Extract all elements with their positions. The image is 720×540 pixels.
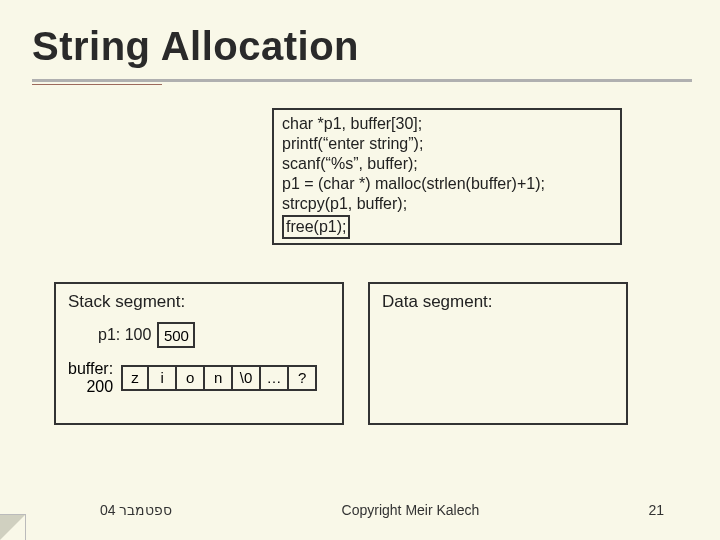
buf-cell: z xyxy=(121,365,149,391)
buf-cell: … xyxy=(261,365,289,391)
code-line: char *p1, buffer[30]; xyxy=(282,114,612,134)
buffer-label-bottom: 200 xyxy=(86,378,113,396)
buffer-cells: z i o n \0 … ? xyxy=(121,365,317,391)
footer-copyright: Copyright Meir Kalech xyxy=(342,502,480,518)
p1-cell: 500 xyxy=(157,322,195,348)
memory-segments: Stack segment: p1: 100 500 buffer: 200 z… xyxy=(54,282,628,425)
buffer-label-top: buffer: xyxy=(68,360,113,378)
stack-segment: Stack segment: p1: 100 500 buffer: 200 z… xyxy=(54,282,344,425)
slide-title: String Allocation xyxy=(32,24,692,69)
code-line: printf(“enter string”); xyxy=(282,134,612,154)
p1-row: p1: 100 500 xyxy=(98,322,330,348)
buf-cell: i xyxy=(149,365,177,391)
code-line: scanf(“%s”, buffer); xyxy=(282,154,612,174)
buffer-row: buffer: 200 z i o n \0 … ? xyxy=(68,360,330,395)
data-title: Data segment: xyxy=(382,292,614,312)
buf-cell: ? xyxy=(289,365,317,391)
stack-title: Stack segment: xyxy=(68,292,330,312)
p1-label: p1: 100 xyxy=(98,326,151,344)
code-line: p1 = (char *) malloc(strlen(buffer)+1); xyxy=(282,174,612,194)
buf-cell: \0 xyxy=(233,365,261,391)
buffer-label: buffer: 200 xyxy=(68,360,113,395)
buf-cell: o xyxy=(177,365,205,391)
title-accent xyxy=(32,84,162,85)
code-block: char *p1, buffer[30]; printf(“enter stri… xyxy=(272,108,622,245)
title-rule xyxy=(32,79,692,82)
buf-cell: n xyxy=(205,365,233,391)
code-line: strcpy(p1, buffer); xyxy=(282,194,612,214)
slide-number: 21 xyxy=(648,502,664,518)
footer: ספטמבר 04 Copyright Meir Kalech 21 xyxy=(0,502,720,518)
footer-date: ספטמבר 04 xyxy=(100,502,172,518)
data-segment: Data segment: xyxy=(368,282,628,425)
code-free: free(p1); xyxy=(286,218,346,235)
code-line-highlight: free(p1); xyxy=(282,215,350,239)
page-curl-icon xyxy=(0,514,26,540)
